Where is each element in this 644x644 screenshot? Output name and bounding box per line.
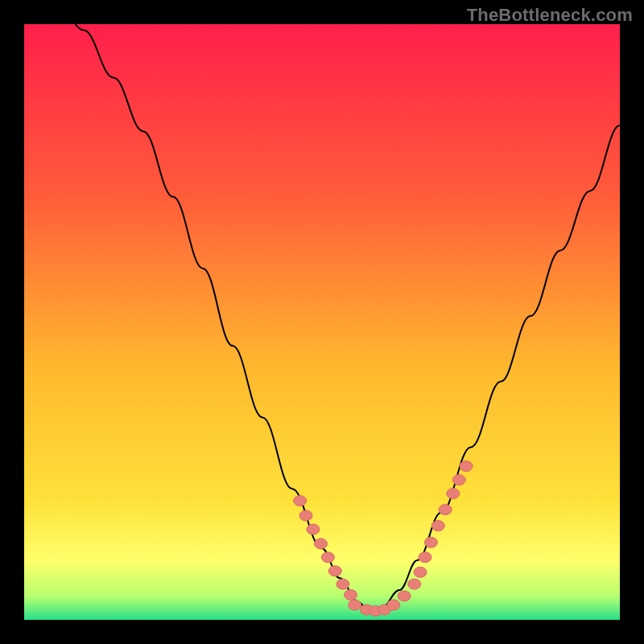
chart-container: TheBottleneck.com <box>0 0 644 644</box>
gradient-background <box>24 24 620 620</box>
watermark: TheBottleneck.com <box>467 5 633 26</box>
